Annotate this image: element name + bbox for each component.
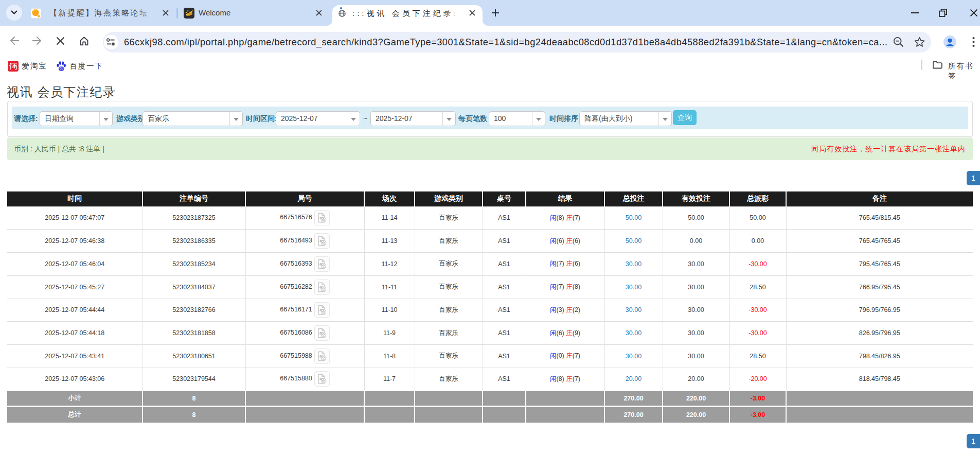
svg-text:du: du <box>60 66 64 70</box>
